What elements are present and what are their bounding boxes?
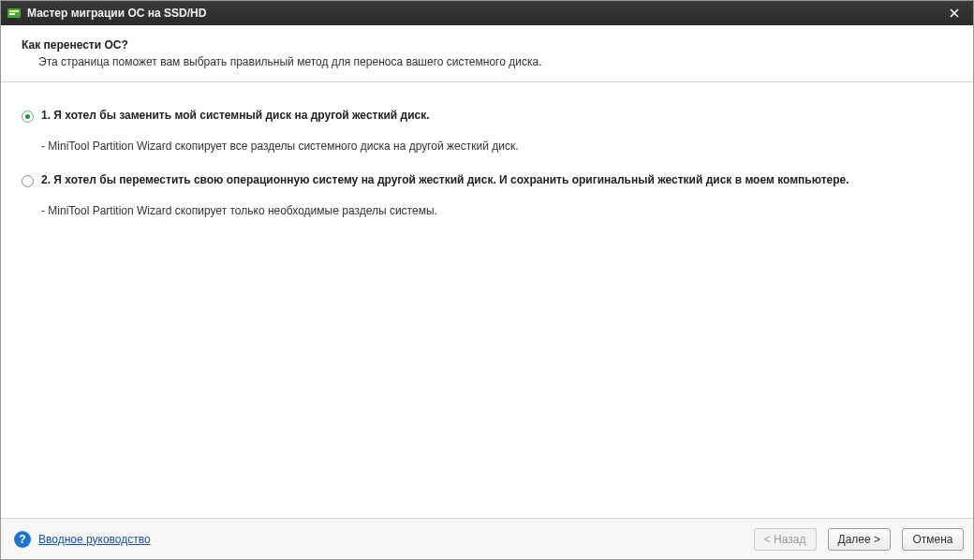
- titlebar: Мастер миграции ОС на SSD/HD: [1, 1, 973, 25]
- help-link[interactable]: Вводное руководство: [38, 533, 151, 546]
- option-1-description: - MiniTool Partition Wizard скопирует вс…: [41, 140, 952, 153]
- option-2-description: - MiniTool Partition Wizard скопирует то…: [41, 204, 952, 217]
- option-2-label[interactable]: 2. Я хотел бы переместить свою операцион…: [41, 173, 849, 186]
- radio-option-2[interactable]: [22, 175, 34, 187]
- option-move-os: 2. Я хотел бы переместить свою операцион…: [22, 173, 952, 217]
- svg-rect-1: [9, 10, 19, 12]
- next-button[interactable]: Далее >: [828, 528, 892, 551]
- app-icon: [7, 6, 22, 21]
- cancel-button[interactable]: Отмена: [902, 528, 964, 551]
- wizard-window: Мастер миграции ОС на SSD/HD Как перенес…: [0, 0, 974, 560]
- option-1-label[interactable]: 1. Я хотел бы заменить мой системный дис…: [41, 109, 430, 122]
- help-icon: ?: [14, 531, 31, 548]
- wizard-header: Как перенести ОС? Эта страница поможет в…: [1, 25, 973, 82]
- svg-rect-2: [9, 13, 15, 15]
- page-title: Как перенести ОС?: [22, 38, 952, 52]
- window-title: Мастер миграции ОС на SSD/HD: [27, 7, 941, 20]
- wizard-content: 1. Я хотел бы заменить мой системный дис…: [1, 82, 973, 518]
- radio-option-1[interactable]: [22, 111, 34, 123]
- wizard-footer: ? Вводное руководство < Назад Далее > От…: [1, 518, 973, 559]
- close-button[interactable]: [941, 1, 967, 25]
- page-subtitle: Эта страница поможет вам выбрать правиль…: [22, 55, 952, 68]
- option-replace-disk: 1. Я хотел бы заменить мой системный дис…: [22, 109, 952, 153]
- back-button[interactable]: < Назад: [754, 528, 817, 551]
